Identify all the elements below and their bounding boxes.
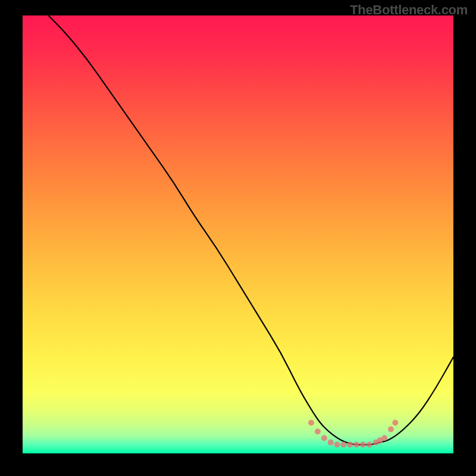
- watermark-text: TheBottleneck.com: [350, 2, 468, 18]
- curve-layer: [23, 15, 453, 453]
- highlight-dot: [328, 440, 334, 446]
- chart-area: [23, 15, 453, 453]
- bottleneck-curve: [48, 15, 453, 444]
- highlight-dot: [315, 428, 321, 434]
- highlight-dot: [321, 435, 327, 441]
- highlight-dot: [308, 420, 314, 426]
- highlight-dot: [388, 427, 394, 433]
- highlight-dot: [334, 441, 340, 447]
- highlight-dot: [340, 441, 346, 447]
- highlight-dot: [392, 420, 398, 426]
- highlight-dot: [353, 441, 359, 447]
- highlight-dot: [347, 441, 353, 447]
- highlight-dot: [381, 435, 387, 441]
- highlight-dot: [360, 441, 366, 447]
- highlight-dot: [367, 441, 372, 447]
